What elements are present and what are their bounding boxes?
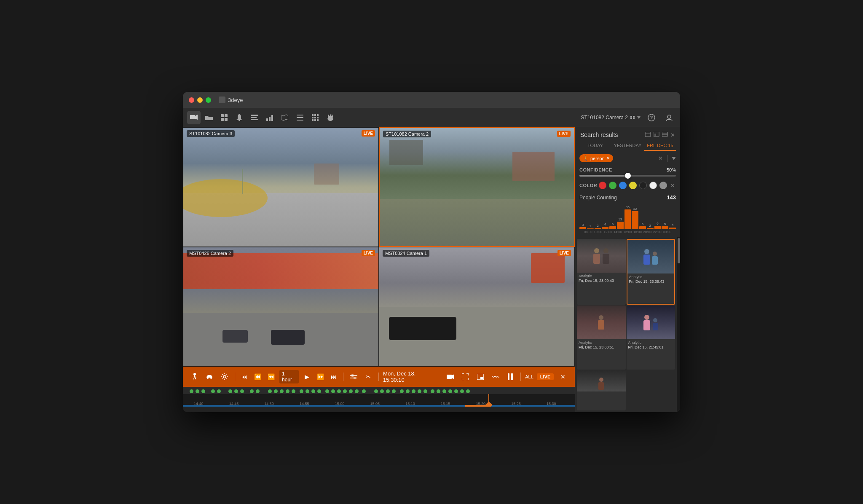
fullscreen-btn[interactable] [460,371,472,383]
svg-rect-19 [317,114,319,116]
live-button[interactable]: LIVE [537,373,554,380]
color-blue[interactable] [619,182,627,189]
text-icon-btn[interactable] [248,111,261,124]
camera-cell-3[interactable]: MST0426 Camera 2 LIVE [183,247,379,367]
traffic-lights [189,97,211,103]
minimize-button[interactable] [197,97,203,103]
bar-val-1500: 32 [633,207,637,211]
folder-icon-btn[interactable] [202,111,216,124]
svg-point-33 [193,373,196,375]
filter-expand-btn[interactable] [672,155,676,161]
svg-rect-6 [239,120,240,121]
settings-filter-btn[interactable] [219,371,230,383]
timeline-playhead [488,394,489,407]
all-label[interactable]: ALL [525,374,533,379]
bar-chart: 3 1 2 4 5 [579,204,676,229]
scrollbar-thumb[interactable] [678,238,680,263]
camera-cell-4[interactable]: MST0324 Camera 1 LIVE [379,247,575,367]
grid-icon-btn[interactable] [217,111,231,124]
result-time-4: Fri, Dec 15, 21:45:01 [627,345,675,351]
chart-tl-1800: 18:00 [633,230,642,234]
prev-clip-btn[interactable]: ⏪ [253,372,263,382]
cam1-scene [183,128,378,247]
skip-to-end-btn[interactable]: ⏭ [329,372,339,382]
tab-today[interactable]: TODAY [579,141,611,151]
maximize-button[interactable] [206,97,211,103]
duration-label[interactable]: 1 hour [279,370,299,383]
menu-icon-btn[interactable] [293,111,307,124]
result-card-2[interactable]: Analytic Fri, Dec 15, 23:09:43 [627,239,675,305]
tab-fridec15[interactable]: FRI, DEC 15 [644,141,676,151]
timeline-ruler[interactable]: 14:40 14:45 14:50 14:55 15:00 15:05 15:1… [183,394,575,407]
dot [306,389,309,393]
fire-icon-btn[interactable] [324,111,337,124]
person-tag-label: person [590,156,605,161]
camera-switch-btn[interactable] [445,371,456,383]
dot [292,389,295,393]
bar-1000-rect [595,228,601,229]
result-card-5[interactable] [577,370,626,410]
skip-to-start-btn[interactable]: ⏮ [239,372,249,382]
svg-rect-5 [225,118,228,121]
grid2-icon-btn[interactable] [308,111,322,124]
close-playback-btn[interactable]: ✕ [557,371,569,383]
bar-0800-rect [579,227,586,229]
vehicle-filter-btn[interactable] [204,371,216,383]
confidence-slider[interactable] [579,175,676,177]
color-green[interactable] [609,182,616,189]
dot-group-8 [362,389,366,393]
remove-person-tag-btn[interactable]: ✕ [606,156,610,161]
color-yellow[interactable] [629,182,637,189]
video-icon-btn[interactable] [187,111,201,124]
bar-val-1000: 2 [597,224,598,228]
close-panel-icon[interactable]: ✕ [670,132,675,138]
camera-cell-2[interactable]: ST101082 Camera 2 LIVE [379,127,575,247]
svg-rect-8 [251,117,257,118]
trim-btn[interactable] [348,371,359,383]
svg-rect-10 [266,118,268,121]
svg-point-32 [667,115,671,118]
bar-1900: 5 [662,222,668,229]
chart-icon-btn[interactable] [263,111,276,124]
wave-btn[interactable] [490,371,501,383]
close-button[interactable] [189,97,194,103]
cam3-live-badge: LIVE [362,250,375,256]
play-btn[interactable]: ▶ [302,372,312,382]
confidence-thumb[interactable] [625,173,631,179]
result-card-1[interactable]: Analytic Fri, Dec 15, 23:09:43 [577,239,626,305]
result-card-3[interactable]: Analytic Fri, Dec 15, 23:00:51 [577,306,626,370]
person-figure-2 [603,248,609,264]
tl-label-1450: 14:50 [264,402,274,406]
building2 [512,152,555,181]
pip-btn[interactable] [474,371,486,383]
dot [400,389,404,393]
dot-group-11 [431,389,470,393]
rewind-btn[interactable]: ⏪ [266,372,276,382]
result-card-4[interactable]: Analytic Fri, Dec 15, 21:45:01 [627,306,675,370]
bar-1000: 2 [595,224,601,229]
next-btn[interactable]: ⏩ [315,372,325,382]
map-icon-btn[interactable] [278,111,292,124]
chevron-down-icon[interactable] [637,116,641,119]
user-icon-btn[interactable] [662,111,676,124]
svg-rect-47 [508,373,509,380]
pedestrian-filter-btn[interactable] [189,371,201,383]
scissors-btn[interactable]: ✂ [362,371,374,383]
color-gray[interactable] [659,182,667,189]
color-white[interactable] [649,182,657,189]
bell-icon-btn[interactable] [233,111,246,124]
ground [380,199,574,246]
help-icon-btn[interactable]: ? [645,111,658,124]
pause-btn[interactable] [505,371,517,383]
filter-clear-btn[interactable]: ✕ [658,155,663,161]
window-icon-1[interactable] [645,132,651,138]
color-close-btn[interactable]: ✕ [670,182,675,189]
color-black[interactable] [639,182,647,189]
window-icon-3[interactable] [662,132,668,138]
dot-group-1 [190,389,205,393]
dot [280,389,284,393]
camera-cell-1[interactable]: ST101082 Camera 3 LIVE [183,127,379,247]
tab-yesterday[interactable]: YESTERDAY [612,141,643,151]
window-icon-2[interactable] [654,132,659,138]
color-red[interactable] [599,182,606,189]
